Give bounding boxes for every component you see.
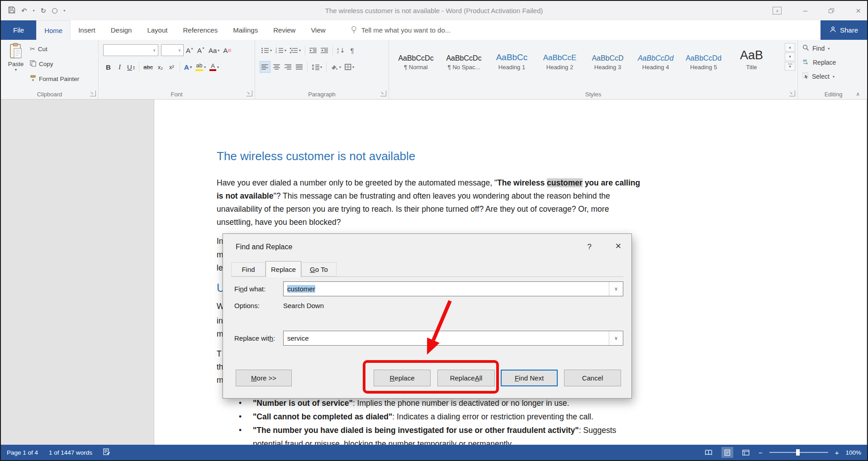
tab-references[interactable]: References <box>175 20 225 40</box>
replace-with-combo[interactable]: service ∨ <box>283 331 623 346</box>
dialog-help-icon[interactable]: ? <box>583 242 596 252</box>
gallery-scroll-down-icon[interactable]: ▾ <box>785 52 795 61</box>
cut-button[interactable]: ✂ Cut <box>30 45 47 52</box>
shrink-font-button[interactable]: A▼ <box>196 44 206 56</box>
subscript-button[interactable]: x₂ <box>155 61 166 73</box>
change-case-button[interactable]: Aa▾ <box>207 44 221 56</box>
zoom-slider[interactable] <box>769 449 828 456</box>
more-button[interactable]: More >> <box>236 370 292 386</box>
font-dialog-launcher[interactable]: ↘ <box>247 90 252 96</box>
show-hide-pilcrow-button[interactable]: ¶ <box>347 44 357 56</box>
find-next-button[interactable]: Find Next <box>501 370 558 386</box>
find-what-dropdown-icon[interactable]: ∨ <box>609 282 623 296</box>
style-heading-1[interactable]: AaBbCc Heading 1 <box>489 43 535 72</box>
sort-button[interactable]: AZ <box>336 44 346 56</box>
decrease-indent-button[interactable] <box>308 44 318 56</box>
proofing-icon[interactable] <box>103 448 111 456</box>
shading-button[interactable]: ▾ <box>329 61 342 73</box>
tab-mailings[interactable]: Mailings <box>225 20 266 40</box>
page-indicator[interactable]: Page 1 of 4 <box>7 449 38 456</box>
clipboard-group: Paste ▾ ✂ Cut Copy Format Painter Clipbo… <box>1 40 99 99</box>
find-what-value[interactable]: customer <box>287 285 315 293</box>
tab-design[interactable]: Design <box>103 20 140 40</box>
tab-layout[interactable]: Layout <box>139 20 175 40</box>
style-no-spacing[interactable]: AaBbCcDc ¶ No Spac... <box>441 43 487 72</box>
cancel-button[interactable]: Cancel <box>564 370 621 386</box>
superscript-button[interactable]: x² <box>166 61 177 73</box>
align-right-button[interactable] <box>283 61 293 73</box>
tab-home[interactable]: Home <box>36 20 71 40</box>
style-heading-3[interactable]: AaBbCcD Heading 3 <box>584 43 631 72</box>
text-effects-button[interactable]: A▾ <box>183 61 193 73</box>
zoom-level[interactable]: 100% <box>845 449 861 456</box>
style-title[interactable]: AaB Title <box>728 43 775 72</box>
multilevel-list-button[interactable]: ▾ <box>289 44 302 56</box>
justify-button[interactable] <box>294 61 304 73</box>
dialog-tab-goto[interactable]: Go To <box>301 262 337 276</box>
bold-button[interactable]: B <box>103 61 114 73</box>
read-mode-icon[interactable] <box>703 447 715 458</box>
gallery-expand-icon[interactable]: ▾ <box>785 62 795 71</box>
numbering-button[interactable]: 123 ▾ <box>274 44 288 56</box>
dialog-close-icon[interactable]: × <box>611 240 626 252</box>
web-layout-icon[interactable] <box>740 447 752 458</box>
gallery-scroll-up-icon[interactable]: ▴ <box>785 43 795 52</box>
style-heading-4[interactable]: AaBbCcDd Heading 4 <box>632 43 679 72</box>
bullets-button[interactable]: ▾ <box>260 44 273 56</box>
zoom-slider-handle[interactable] <box>796 449 800 456</box>
underline-button[interactable]: U▾ <box>126 61 136 73</box>
align-center-button[interactable] <box>271 61 282 73</box>
replace-with-value[interactable]: service <box>287 334 309 342</box>
copy-button[interactable]: Copy <box>30 60 53 68</box>
font-color-button[interactable]: A ▾ <box>208 61 220 73</box>
word-count[interactable]: 1 of 1447 words <box>49 449 92 456</box>
align-left-button[interactable] <box>260 61 270 73</box>
line-spacing-button[interactable]: ▾ <box>310 61 323 73</box>
find-button[interactable]: Find ▾ <box>802 44 830 52</box>
borders-button[interactable]: ▾ <box>343 61 356 73</box>
collapse-ribbon-icon[interactable]: ∧ <box>856 91 860 97</box>
font-size-combo[interactable]: ∨ <box>161 44 184 56</box>
dialog-tab-find[interactable]: Find <box>231 262 266 276</box>
share-button[interactable]: Share <box>821 20 867 40</box>
tell-me-box[interactable]: Tell me what you want to do... <box>351 20 451 40</box>
replace-with-dropdown-icon[interactable]: ∨ <box>609 331 623 345</box>
find-what-combo[interactable]: customer ∨ <box>283 281 623 296</box>
close-icon[interactable]: × <box>856 6 861 16</box>
paste-button[interactable]: Paste ▾ <box>4 43 28 72</box>
style-normal[interactable]: AaBbCcDc ¶ Normal <box>393 43 439 72</box>
select-button[interactable]: Select ▾ <box>802 72 835 81</box>
increase-indent-button[interactable] <box>319 44 330 56</box>
strikethrough-button[interactable]: abc <box>142 61 154 73</box>
tab-review[interactable]: Review <box>266 20 303 40</box>
replace-button[interactable]: ab Replace <box>802 58 836 67</box>
replace-button-dialog[interactable]: Replace <box>374 370 431 386</box>
styles-dialog-launcher[interactable]: ↘ <box>789 90 795 96</box>
font-name-combo[interactable]: ∨ <box>103 44 158 56</box>
restore-icon[interactable] <box>829 8 835 14</box>
italic-button[interactable]: I <box>114 61 125 73</box>
styles-gallery: AaBbCcDc ¶ Normal AaBbCcDc ¶ No Spac... … <box>393 43 775 72</box>
style-heading-2[interactable]: AaBbCcE Heading 2 <box>536 43 583 72</box>
shrink-arrow-icon: ▼ <box>202 47 205 50</box>
zoom-in-button[interactable]: + <box>835 449 839 456</box>
format-painter-button[interactable]: Format Painter <box>30 75 79 83</box>
print-layout-icon[interactable] <box>721 447 733 458</box>
clear-formatting-button[interactable]: A <box>222 44 232 56</box>
find-label: Find <box>812 45 825 52</box>
font-size-dropdown-icon[interactable]: ∨ <box>176 45 183 56</box>
grow-font-button[interactable]: A▲ <box>185 44 195 56</box>
clipboard-dialog-launcher[interactable]: ↘ <box>90 90 96 96</box>
tab-view[interactable]: View <box>303 20 333 40</box>
paragraph-dialog-launcher[interactable]: ↘ <box>380 90 386 96</box>
ribbon-display-options-icon[interactable]: ∧ <box>773 7 782 14</box>
highlight-button[interactable]: ab ▾ <box>194 61 207 73</box>
tab-insert[interactable]: Insert <box>71 20 103 40</box>
replace-all-button[interactable]: Replace All <box>437 370 495 386</box>
minimize-icon[interactable]: – <box>803 6 807 15</box>
zoom-out-button[interactable]: − <box>759 449 763 456</box>
font-name-dropdown-icon[interactable]: ∨ <box>151 45 158 56</box>
dialog-tab-replace[interactable]: Replace <box>266 261 301 277</box>
tab-file[interactable]: File <box>1 20 36 40</box>
style-heading-5[interactable]: AaBbCcDd Heading 5 <box>680 43 727 72</box>
